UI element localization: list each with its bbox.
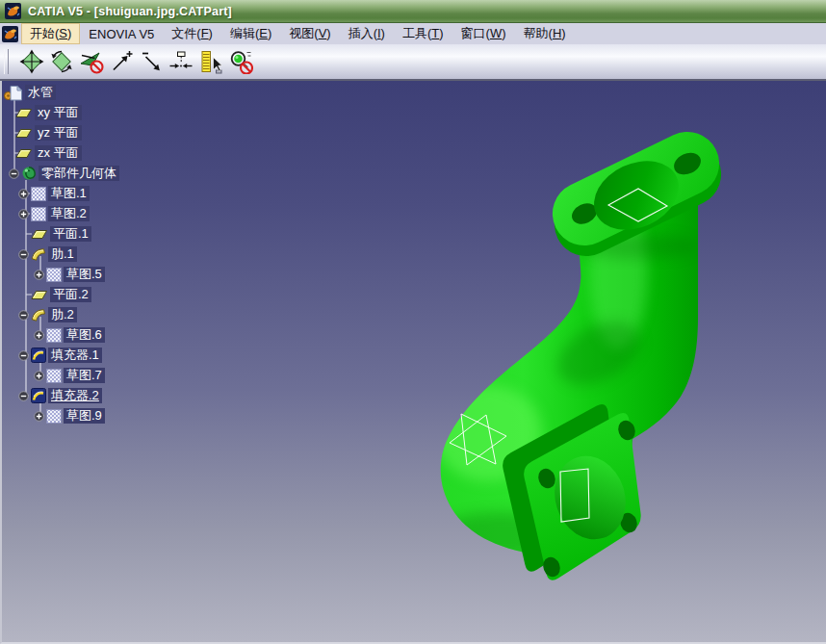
plane-icon xyxy=(15,127,33,139)
viewport-3d[interactable]: 水管 xy 平面 yz 平面 zx 平面 零部件几何体 xyxy=(0,81,826,644)
menu-item-window[interactable]: 窗口(W) xyxy=(452,23,515,44)
zoom-in-arrow-icon xyxy=(109,49,134,74)
pan-compass-icon xyxy=(19,49,44,74)
menu-item-insert[interactable]: 插入(I) xyxy=(340,23,394,44)
expand-icon[interactable] xyxy=(34,371,44,381)
plane-icon xyxy=(31,228,48,240)
toolbar-grip[interactable] xyxy=(4,49,9,74)
look-at-button[interactable] xyxy=(227,47,254,76)
tree-item-rib-1[interactable]: 肋.1 xyxy=(18,245,77,264)
multi-view-button[interactable] xyxy=(197,47,224,76)
tree-item-sketch-1[interactable]: 草图.1 xyxy=(18,184,90,203)
look-at-disabled-icon xyxy=(228,49,253,74)
sketch-icon xyxy=(46,268,62,282)
tree-item-sketch-7[interactable]: 草图.7 xyxy=(34,366,105,385)
menu-item-start[interactable]: 开始(S) xyxy=(21,23,80,44)
collapse-icon[interactable] xyxy=(9,168,19,179)
tree-item-filler-1[interactable]: 填充器.1 xyxy=(18,346,102,365)
rib-icon xyxy=(31,307,46,322)
expand-icon[interactable] xyxy=(18,189,29,199)
tree-item-zx-plane[interactable]: zx 平面 xyxy=(15,143,82,163)
tree-item-plane-2[interactable]: 平面.2 xyxy=(31,285,91,304)
menu-bar: 开始(S) ENOVIA V5 文件(F) 编辑(E) 视图(V) 插入(I) … xyxy=(0,23,826,44)
expand-icon[interactable] xyxy=(34,270,44,280)
menu-item-view[interactable]: 视图(V) xyxy=(280,23,339,44)
tree-item-partbody[interactable]: 零部件几何体 xyxy=(9,164,119,183)
pan-compass-button[interactable] xyxy=(18,47,45,76)
collapse-icon[interactable] xyxy=(18,310,29,321)
tree-item-sketch-2[interactable]: 草图.2 xyxy=(18,204,90,223)
normal-to-screen-icon xyxy=(168,49,194,74)
normal-to-screen-button[interactable] xyxy=(168,47,194,76)
menu-item-edit[interactable]: 编辑(E) xyxy=(221,23,280,44)
expand-icon[interactable] xyxy=(18,209,29,219)
title-bar: CATIA V5 - [shuiguan.jpg.CATPart] xyxy=(0,0,826,23)
slot-icon xyxy=(31,388,46,403)
tree-item-plane-1[interactable]: 平面.1 xyxy=(31,224,91,244)
fly-mode-button[interactable] xyxy=(78,47,105,76)
menu-item-tools[interactable]: 工具(T) xyxy=(394,23,452,44)
fly-mode-disabled-icon xyxy=(79,49,104,74)
zoom-in-button[interactable] xyxy=(108,47,135,76)
plane-icon xyxy=(15,147,33,159)
specification-tree: 水管 xy 平面 yz 平面 zx 平面 零部件几何体 xyxy=(2,81,223,447)
sketch-icon xyxy=(46,369,62,383)
menu-item-file[interactable]: 文件(F) xyxy=(163,23,221,44)
menu-item-help[interactable]: 帮助(H) xyxy=(515,23,575,44)
zoom-out-arrow-icon xyxy=(139,49,164,74)
collapse-icon[interactable] xyxy=(18,391,29,401)
tree-item-yz-plane[interactable]: yz 平面 xyxy=(15,123,82,142)
expand-icon[interactable] xyxy=(34,411,44,422)
window-title: CATIA V5 - [shuiguan.jpg.CATPart] xyxy=(28,5,232,18)
tree-item-sketch-9[interactable]: 草图.9 xyxy=(34,406,105,425)
view-toolbar xyxy=(0,44,826,81)
tree-item-xy-plane[interactable]: xy 平面 xyxy=(15,103,82,122)
tree-item-rib-2[interactable]: 肋.2 xyxy=(18,305,77,324)
plane-icon xyxy=(15,107,33,118)
tree-item-sketch-5[interactable]: 草图.5 xyxy=(34,265,105,284)
catia-window: CATIA V5 - [shuiguan.jpg.CATPart] 开始(S) … xyxy=(0,0,826,644)
plane-icon xyxy=(31,289,48,300)
menu-item-enovia[interactable]: ENOVIA V5 xyxy=(80,25,163,43)
rotate-view-button[interactable] xyxy=(48,47,75,76)
tree-item-sketch-6[interactable]: 草图.6 xyxy=(34,325,105,345)
sketch-icon xyxy=(31,187,46,201)
tree-item-filler-2[interactable]: 填充器.2 xyxy=(18,386,102,405)
tree-item-root[interactable]: 水管 xyxy=(4,83,56,102)
zoom-out-button[interactable] xyxy=(138,47,165,76)
expand-icon[interactable] xyxy=(34,330,44,341)
part-icon xyxy=(4,85,23,101)
rib-icon xyxy=(31,246,46,262)
rotate-view-icon xyxy=(49,49,74,74)
sketch-icon xyxy=(46,409,62,424)
multi-view-list-icon xyxy=(198,49,223,74)
catia-logo-icon xyxy=(5,3,21,19)
sketch-icon xyxy=(46,328,62,343)
collapse-icon[interactable] xyxy=(18,249,29,260)
collapse-icon[interactable] xyxy=(18,350,29,361)
partbody-icon xyxy=(21,166,37,181)
sketch-icon xyxy=(31,207,46,221)
document-system-menu-icon[interactable] xyxy=(2,26,18,42)
slot-icon xyxy=(31,348,46,363)
